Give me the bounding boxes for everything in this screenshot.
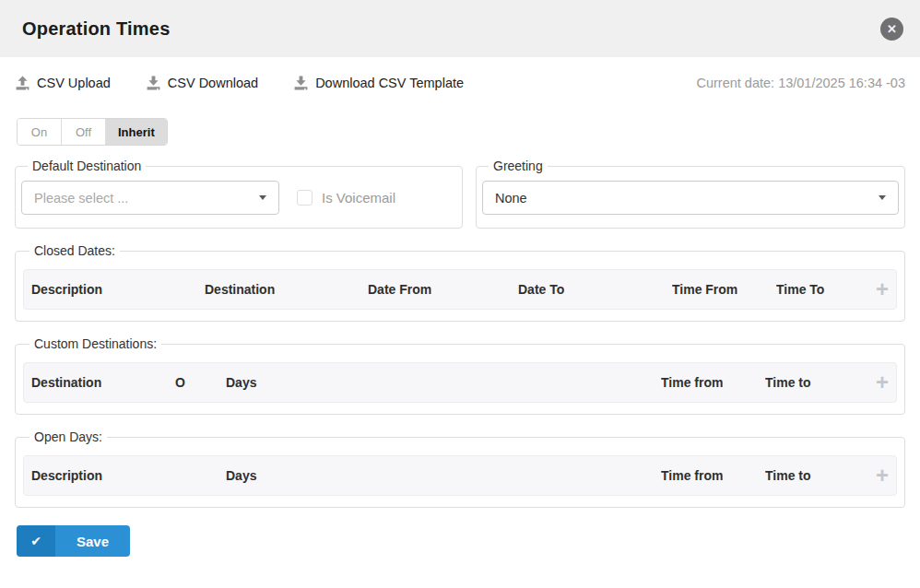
close-button[interactable]: ✕ [880, 18, 903, 41]
is-voicemail-control: Is Voicemail [297, 190, 395, 206]
default-destination-placeholder: Please select ... [34, 191, 128, 206]
column-header-date-from: Date From [368, 282, 518, 297]
save-button[interactable]: ✔ Save [17, 525, 130, 557]
open-days-fieldset: Open Days: Description Days Time from Ti… [15, 429, 905, 508]
plus-icon: + [876, 370, 889, 394]
csv-upload-button[interactable]: CSV Upload [15, 76, 111, 91]
add-open-day-button[interactable]: + [865, 466, 889, 485]
column-header-days: Days [226, 375, 661, 390]
custom-destinations-fieldset: Custom Destinations: Destination O Days … [15, 336, 905, 415]
open-days-header-row: Description Days Time from Time to + [23, 455, 897, 496]
page-title: Operation Times [22, 18, 170, 40]
column-header-description: Description [31, 468, 226, 483]
current-date: Current date: 13/01/2025 16:34 -03 [696, 76, 905, 90]
column-header-time-from: Time from [661, 468, 765, 483]
is-voicemail-label: Is Voicemail [322, 190, 395, 206]
custom-destinations-header-row: Destination O Days Time from Time to + [23, 362, 897, 403]
column-header-description: Description [31, 282, 205, 297]
closed-dates-header-row: Description Destination Date From Date T… [23, 269, 897, 310]
csv-download-button[interactable]: CSV Download [146, 76, 258, 91]
add-custom-destination-button[interactable]: + [865, 373, 889, 392]
toggle-inherit-button[interactable]: Inherit [106, 119, 167, 145]
toggle-on-button[interactable]: On [18, 119, 62, 145]
closed-dates-fieldset: Closed Dates: Description Destination Da… [15, 243, 905, 322]
column-header-destination: Destination [205, 282, 368, 297]
chevron-down-icon [259, 195, 266, 200]
default-destination-select[interactable]: Please select ... [21, 181, 279, 215]
plus-icon: + [876, 276, 889, 301]
plus-icon: + [876, 463, 889, 488]
upload-icon [15, 76, 30, 91]
checkmark-icon: ✔ [17, 525, 55, 557]
destination-greeting-row: Default Destination Please select ... Is… [15, 159, 905, 229]
csv-download-label: CSV Download [168, 76, 258, 90]
download-icon [146, 76, 161, 91]
greeting-legend: Greeting [489, 159, 548, 173]
column-header-time-to: Time to [765, 468, 865, 483]
default-destination-legend: Default Destination [28, 159, 146, 173]
chevron-down-icon [879, 195, 886, 200]
default-destination-fieldset: Default Destination Please select ... Is… [15, 159, 463, 229]
toolbar: CSV Upload CSV Download Download CSV Tem… [15, 71, 905, 95]
closed-dates-legend: Closed Dates: [29, 243, 120, 258]
column-header-time-to: Time to [765, 375, 865, 390]
toggle-off-button[interactable]: Off [62, 119, 106, 145]
is-voicemail-checkbox[interactable] [297, 190, 313, 206]
csv-upload-label: CSV Upload [37, 76, 111, 90]
operation-times-modal: Operation Times ✕ CSV Upload CSV Downloa… [0, 0, 920, 588]
column-header-destination: Destination [31, 375, 175, 390]
greeting-select[interactable]: None [482, 181, 899, 215]
greeting-fieldset: Greeting None [476, 159, 905, 229]
column-header-time-to: Time To [776, 282, 865, 297]
save-button-label: Save [55, 525, 130, 557]
modal-footer: ✔ Save [15, 525, 905, 557]
close-icon: ✕ [887, 22, 897, 36]
greeting-selected-value: None [495, 191, 527, 206]
open-days-legend: Open Days: [29, 429, 107, 444]
column-header-time-from: Time From [672, 282, 776, 297]
download-icon [293, 76, 309, 91]
column-header-date-to: Date To [518, 282, 672, 297]
column-header-time-from: Time from [661, 375, 765, 390]
add-closed-date-button[interactable]: + [865, 280, 889, 299]
modal-header: Operation Times ✕ [0, 0, 920, 57]
custom-destinations-legend: Custom Destinations: [29, 336, 161, 351]
default-destination-content: Please select ... Is Voicemail [21, 181, 456, 215]
download-csv-template-label: Download CSV Template [315, 76, 464, 90]
column-header-o: O [175, 375, 226, 390]
modal-body: CSV Upload CSV Download Download CSV Tem… [0, 57, 920, 588]
column-header-days: Days [226, 468, 661, 483]
download-csv-template-button[interactable]: Download CSV Template [293, 76, 464, 91]
state-toggle-group: On Off Inherit [17, 118, 168, 146]
